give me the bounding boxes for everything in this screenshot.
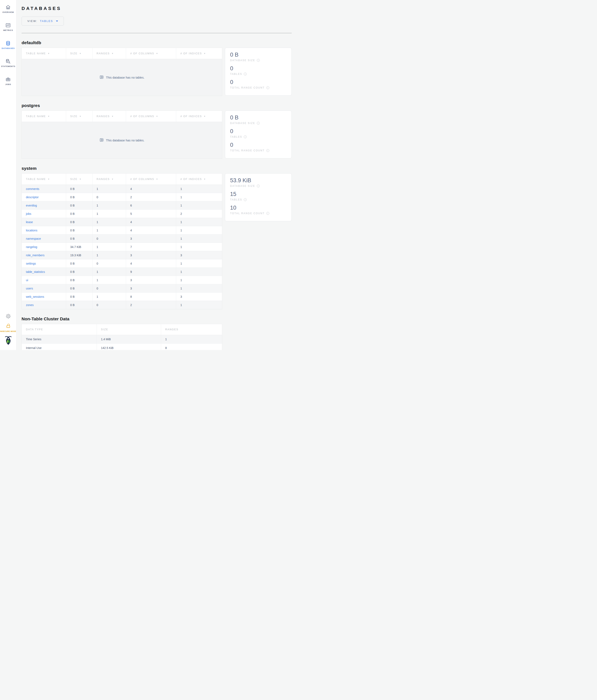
- column-header-label: RANGES: [97, 115, 110, 118]
- table-header-row: TABLE NAME▼SIZE▼RANGES▼# OF COLUMNS▼# OF…: [22, 111, 222, 122]
- stat-value-size: 53.9 KiB: [230, 177, 286, 184]
- column-header[interactable]: SIZE▼: [66, 111, 93, 122]
- table-name-link[interactable]: descriptor: [26, 196, 38, 199]
- table-name-cell: lease: [22, 218, 66, 226]
- table-name-link[interactable]: users: [26, 287, 33, 290]
- home-icon: [5, 5, 11, 10]
- sort-arrow-icon: ▼: [156, 115, 158, 117]
- column-header-ranges: RANGES: [161, 324, 222, 335]
- table-row: locations0 B141: [22, 226, 222, 234]
- sort-arrow-icon: ▼: [79, 115, 82, 117]
- stat-label-text: DATABASE SIZE: [230, 184, 255, 188]
- info-icon[interactable]: i: [257, 184, 260, 188]
- empty-state: This database has no tables.: [22, 122, 222, 159]
- stat-label-size: DATABASE SIZEi: [230, 122, 286, 125]
- column-header[interactable]: # OF COLUMNS▼: [126, 111, 176, 122]
- table-name-link[interactable]: ui: [26, 278, 28, 282]
- column-header[interactable]: # OF INDICES▼: [176, 111, 222, 122]
- table-cell: 3: [126, 251, 176, 259]
- table-row: eventlog0 B161: [22, 201, 222, 209]
- sidebar-item-statements[interactable]: STATEMENTS: [1, 59, 15, 67]
- sidebar-item-metrics[interactable]: METRICS: [3, 23, 13, 31]
- table-name-link[interactable]: table_statistics: [26, 270, 45, 274]
- sidebar-item-overview[interactable]: OVERVIEW: [2, 5, 14, 13]
- column-header[interactable]: RANGES▼: [93, 48, 126, 59]
- settings-gear-icon[interactable]: [5, 313, 11, 320]
- info-icon[interactable]: i: [257, 59, 260, 62]
- sidebar-item-label: OVERVIEW: [2, 11, 14, 13]
- column-header[interactable]: SIZE▼: [66, 48, 93, 59]
- table-body: This database has no tables.: [22, 122, 222, 159]
- column-header-label: # OF INDICES: [180, 115, 202, 118]
- column-header[interactable]: RANGES▼: [93, 111, 126, 122]
- sidebar-item-databases[interactable]: DATABASES: [2, 41, 15, 49]
- table-name-link[interactable]: locations: [26, 229, 37, 232]
- info-icon[interactable]: i: [266, 212, 269, 215]
- column-header-label: # OF COLUMNS: [130, 52, 154, 55]
- info-icon[interactable]: i: [257, 122, 260, 125]
- column-header[interactable]: TABLE NAME▼: [22, 111, 66, 122]
- column-header-label: SIZE: [70, 115, 78, 118]
- table-row: settings0 B041: [22, 259, 222, 268]
- column-header[interactable]: RANGES▼: [93, 174, 126, 184]
- column-header-label: # OF INDICES: [180, 178, 202, 181]
- table-name-link[interactable]: lease: [26, 220, 33, 224]
- table-cell: 0 B: [66, 293, 93, 301]
- table-name-cell: ui: [22, 276, 66, 284]
- sort-arrow-icon: ▼: [204, 52, 206, 54]
- column-header-size: SIZE: [97, 324, 161, 335]
- table-cell: 6: [126, 201, 176, 209]
- insecure-mode-link[interactable]: INSECURE MODE: [0, 323, 16, 332]
- table-name-link[interactable]: settings: [26, 262, 36, 265]
- table-cell: 1: [176, 259, 222, 268]
- cockroachdb-logo[interactable]: [4, 335, 12, 346]
- table-cell: 0 B: [66, 234, 93, 243]
- table-name-link[interactable]: rangelog: [26, 245, 37, 249]
- database-sections: defaultdb TABLE NAME▼SIZE▼RANGES▼# OF CO…: [22, 40, 292, 309]
- table-cell: 1: [93, 185, 126, 193]
- stat-label-text: DATABASE SIZE: [230, 122, 255, 125]
- table-name-link[interactable]: role_members: [26, 254, 44, 257]
- chevron-down-icon: [56, 21, 58, 22]
- table-name-cell: table_statistics: [22, 268, 66, 276]
- column-header[interactable]: # OF INDICES▼: [176, 48, 222, 59]
- table-cell: 1: [93, 209, 126, 218]
- tables-table: TABLE NAME▼SIZE▼RANGES▼# OF COLUMNS▼# OF…: [22, 48, 222, 96]
- table-name-link[interactable]: web_sessions: [26, 295, 44, 298]
- sidebar-item-jobs[interactable]: JOBS: [5, 77, 11, 85]
- table-name-link[interactable]: jobs: [26, 212, 31, 216]
- table-row: role_members19.3 KiB133: [22, 251, 222, 259]
- column-header[interactable]: SIZE▼: [66, 174, 93, 184]
- table-name-link[interactable]: namespace: [26, 237, 41, 240]
- stat-value-tables: 15: [230, 191, 286, 197]
- stat-label-text: TOTAL RANGE COUNT: [230, 86, 265, 89]
- database-stats-card: 0 BDATABASE SIZEi0TABLESi0TOTAL RANGE CO…: [225, 110, 292, 158]
- table-cell: 142.5 KiB: [97, 344, 161, 350]
- info-icon[interactable]: i: [244, 135, 247, 138]
- info-icon[interactable]: i: [244, 198, 247, 201]
- stat-label-text: TABLES: [230, 135, 242, 138]
- stat-label-text: DATABASE SIZE: [230, 59, 255, 62]
- stat-label-size: DATABASE SIZEi: [230, 184, 286, 188]
- table-name-link[interactable]: eventlog: [26, 204, 37, 207]
- column-header[interactable]: TABLE NAME▼: [22, 48, 66, 59]
- info-icon[interactable]: i: [266, 86, 269, 89]
- table-row: namespace0 B031: [22, 234, 222, 243]
- table-cell: 1.4 MiB: [97, 335, 161, 343]
- table-cell: 19.3 KiB: [66, 251, 93, 259]
- table-name-link[interactable]: comments: [26, 187, 40, 191]
- stat-label-tables: TABLESi: [230, 135, 286, 138]
- info-icon[interactable]: i: [244, 73, 247, 75]
- column-header[interactable]: # OF INDICES▼: [176, 174, 222, 184]
- table-cell: 0 B: [66, 193, 93, 201]
- table-cell: 1: [176, 301, 222, 309]
- empty-state: This database has no tables.: [22, 59, 222, 96]
- column-header[interactable]: # OF COLUMNS▼: [126, 48, 176, 59]
- table-row: web_sessions0 B183: [22, 293, 222, 301]
- column-header[interactable]: # OF COLUMNS▼: [126, 174, 176, 184]
- column-header[interactable]: TABLE NAME▼: [22, 174, 66, 184]
- view-dropdown[interactable]: VIEW: TABLES: [22, 17, 64, 25]
- info-icon[interactable]: i: [266, 149, 269, 152]
- table-cell: 0 B: [66, 259, 93, 268]
- table-name-link[interactable]: zones: [26, 303, 33, 307]
